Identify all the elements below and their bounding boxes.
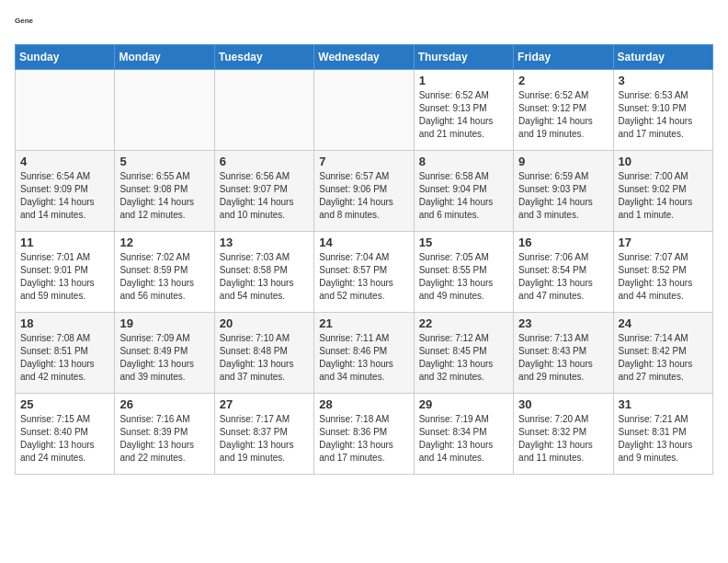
day-number: 13 xyxy=(220,236,309,249)
day-info: Sunrise: 7:07 AM Sunset: 8:52 PM Dayligh… xyxy=(619,251,708,303)
calendar-cell xyxy=(214,70,313,151)
day-info: Sunrise: 7:08 AM Sunset: 8:51 PM Dayligh… xyxy=(20,332,109,384)
svg-text:General: General xyxy=(15,17,33,25)
logo-icon: General xyxy=(15,15,33,33)
day-info: Sunrise: 7:00 AM Sunset: 9:02 PM Dayligh… xyxy=(619,170,708,222)
day-number: 29 xyxy=(419,397,508,411)
calendar-cell: 7Sunrise: 6:57 AM Sunset: 9:06 PM Daylig… xyxy=(314,151,414,232)
calendar-cell: 27Sunrise: 7:17 AM Sunset: 8:37 PM Dayli… xyxy=(214,394,313,475)
day-info: Sunrise: 7:12 AM Sunset: 8:45 PM Dayligh… xyxy=(419,332,508,384)
calendar-table: SundayMondayTuesdayWednesdayThursdayFrid… xyxy=(15,44,713,475)
day-info: Sunrise: 7:18 AM Sunset: 8:36 PM Dayligh… xyxy=(319,413,408,465)
day-info: Sunrise: 6:54 AM Sunset: 9:09 PM Dayligh… xyxy=(20,170,109,222)
weekday-header-monday: Monday xyxy=(115,45,214,70)
calendar-cell: 6Sunrise: 6:56 AM Sunset: 9:07 PM Daylig… xyxy=(214,151,313,232)
day-info: Sunrise: 7:10 AM Sunset: 8:48 PM Dayligh… xyxy=(220,332,309,384)
logo: General xyxy=(15,15,35,33)
day-number: 14 xyxy=(319,236,408,249)
day-number: 1 xyxy=(419,74,508,87)
day-info: Sunrise: 6:56 AM Sunset: 9:07 PM Dayligh… xyxy=(220,170,309,222)
day-number: 11 xyxy=(20,236,109,249)
calendar-cell: 16Sunrise: 7:06 AM Sunset: 8:54 PM Dayli… xyxy=(514,232,613,313)
calendar-cell: 1Sunrise: 6:52 AM Sunset: 9:13 PM Daylig… xyxy=(414,70,513,151)
day-number: 17 xyxy=(619,236,708,249)
day-info: Sunrise: 7:17 AM Sunset: 8:37 PM Dayligh… xyxy=(220,413,309,465)
day-number: 3 xyxy=(619,74,708,87)
day-number: 20 xyxy=(220,316,309,330)
day-number: 12 xyxy=(119,236,209,249)
day-info: Sunrise: 6:52 AM Sunset: 9:13 PM Dayligh… xyxy=(419,89,508,141)
day-number: 5 xyxy=(119,155,209,168)
day-info: Sunrise: 7:16 AM Sunset: 8:39 PM Dayligh… xyxy=(119,413,209,465)
calendar-cell: 3Sunrise: 6:53 AM Sunset: 9:10 PM Daylig… xyxy=(613,70,712,151)
day-info: Sunrise: 6:57 AM Sunset: 9:06 PM Dayligh… xyxy=(319,170,408,222)
calendar-cell: 10Sunrise: 7:00 AM Sunset: 9:02 PM Dayli… xyxy=(613,151,712,232)
day-number: 15 xyxy=(419,236,508,249)
calendar-cell: 14Sunrise: 7:04 AM Sunset: 8:57 PM Dayli… xyxy=(314,232,414,313)
calendar-cell: 8Sunrise: 6:58 AM Sunset: 9:04 PM Daylig… xyxy=(414,151,513,232)
day-number: 8 xyxy=(419,155,508,168)
weekday-header-thursday: Thursday xyxy=(414,45,513,70)
calendar-cell: 13Sunrise: 7:03 AM Sunset: 8:58 PM Dayli… xyxy=(214,232,313,313)
day-number: 18 xyxy=(20,316,109,330)
day-number: 28 xyxy=(319,397,408,411)
calendar-cell: 22Sunrise: 7:12 AM Sunset: 8:45 PM Dayli… xyxy=(414,313,513,394)
day-info: Sunrise: 7:20 AM Sunset: 8:32 PM Dayligh… xyxy=(518,413,608,465)
day-number: 27 xyxy=(220,397,309,411)
day-info: Sunrise: 7:11 AM Sunset: 8:46 PM Dayligh… xyxy=(319,332,408,384)
calendar-cell: 17Sunrise: 7:07 AM Sunset: 8:52 PM Dayli… xyxy=(613,232,712,313)
weekday-header-row: SundayMondayTuesdayWednesdayThursdayFrid… xyxy=(16,45,713,70)
calendar-cell: 18Sunrise: 7:08 AM Sunset: 8:51 PM Dayli… xyxy=(16,313,115,394)
weekday-header-friday: Friday xyxy=(514,45,613,70)
day-info: Sunrise: 6:58 AM Sunset: 9:04 PM Dayligh… xyxy=(419,170,508,222)
day-info: Sunrise: 7:02 AM Sunset: 8:59 PM Dayligh… xyxy=(119,251,209,303)
day-number: 25 xyxy=(20,397,109,411)
calendar-cell: 28Sunrise: 7:18 AM Sunset: 8:36 PM Dayli… xyxy=(314,394,414,475)
day-number: 22 xyxy=(419,316,508,330)
day-info: Sunrise: 7:01 AM Sunset: 9:01 PM Dayligh… xyxy=(20,251,109,303)
day-info: Sunrise: 7:15 AM Sunset: 8:40 PM Dayligh… xyxy=(20,413,109,465)
day-info: Sunrise: 7:21 AM Sunset: 8:31 PM Dayligh… xyxy=(619,413,708,465)
calendar-cell xyxy=(314,70,414,151)
weekday-header-sunday: Sunday xyxy=(16,45,115,70)
day-number: 24 xyxy=(619,316,708,330)
day-number: 7 xyxy=(319,155,408,168)
calendar-cell: 19Sunrise: 7:09 AM Sunset: 8:49 PM Dayli… xyxy=(115,313,214,394)
calendar-cell: 4Sunrise: 6:54 AM Sunset: 9:09 PM Daylig… xyxy=(16,151,115,232)
day-info: Sunrise: 7:05 AM Sunset: 8:55 PM Dayligh… xyxy=(419,251,508,303)
calendar-cell: 11Sunrise: 7:01 AM Sunset: 9:01 PM Dayli… xyxy=(16,232,115,313)
calendar-cell: 29Sunrise: 7:19 AM Sunset: 8:34 PM Dayli… xyxy=(414,394,513,475)
day-info: Sunrise: 6:52 AM Sunset: 9:12 PM Dayligh… xyxy=(518,89,608,141)
day-number: 30 xyxy=(518,397,608,411)
calendar-cell: 9Sunrise: 6:59 AM Sunset: 9:03 PM Daylig… xyxy=(514,151,613,232)
day-info: Sunrise: 6:55 AM Sunset: 9:08 PM Dayligh… xyxy=(119,170,209,222)
page-header: General xyxy=(15,15,713,33)
day-info: Sunrise: 7:06 AM Sunset: 8:54 PM Dayligh… xyxy=(518,251,608,303)
day-number: 2 xyxy=(518,74,608,87)
week-row-5: 25Sunrise: 7:15 AM Sunset: 8:40 PM Dayli… xyxy=(16,394,713,475)
day-info: Sunrise: 7:09 AM Sunset: 8:49 PM Dayligh… xyxy=(119,332,209,384)
day-info: Sunrise: 6:59 AM Sunset: 9:03 PM Dayligh… xyxy=(518,170,608,222)
day-number: 26 xyxy=(119,397,209,411)
week-row-3: 11Sunrise: 7:01 AM Sunset: 9:01 PM Dayli… xyxy=(16,232,713,313)
day-number: 21 xyxy=(319,316,408,330)
day-info: Sunrise: 7:13 AM Sunset: 8:43 PM Dayligh… xyxy=(518,332,608,384)
day-info: Sunrise: 7:14 AM Sunset: 8:42 PM Dayligh… xyxy=(619,332,708,384)
calendar-cell: 31Sunrise: 7:21 AM Sunset: 8:31 PM Dayli… xyxy=(613,394,712,475)
day-number: 16 xyxy=(518,236,608,249)
calendar-cell: 20Sunrise: 7:10 AM Sunset: 8:48 PM Dayli… xyxy=(214,313,313,394)
day-number: 31 xyxy=(619,397,708,411)
calendar-cell: 12Sunrise: 7:02 AM Sunset: 8:59 PM Dayli… xyxy=(115,232,214,313)
weekday-header-wednesday: Wednesday xyxy=(314,45,414,70)
day-info: Sunrise: 7:19 AM Sunset: 8:34 PM Dayligh… xyxy=(419,413,508,465)
calendar-body: 1Sunrise: 6:52 AM Sunset: 9:13 PM Daylig… xyxy=(16,70,713,475)
calendar-cell: 2Sunrise: 6:52 AM Sunset: 9:12 PM Daylig… xyxy=(514,70,613,151)
weekday-header-tuesday: Tuesday xyxy=(214,45,313,70)
calendar-cell: 21Sunrise: 7:11 AM Sunset: 8:46 PM Dayli… xyxy=(314,313,414,394)
day-info: Sunrise: 7:03 AM Sunset: 8:58 PM Dayligh… xyxy=(220,251,309,303)
calendar-cell: 26Sunrise: 7:16 AM Sunset: 8:39 PM Dayli… xyxy=(115,394,214,475)
week-row-1: 1Sunrise: 6:52 AM Sunset: 9:13 PM Daylig… xyxy=(16,70,713,151)
day-number: 9 xyxy=(518,155,608,168)
week-row-2: 4Sunrise: 6:54 AM Sunset: 9:09 PM Daylig… xyxy=(16,151,713,232)
calendar-cell xyxy=(115,70,214,151)
